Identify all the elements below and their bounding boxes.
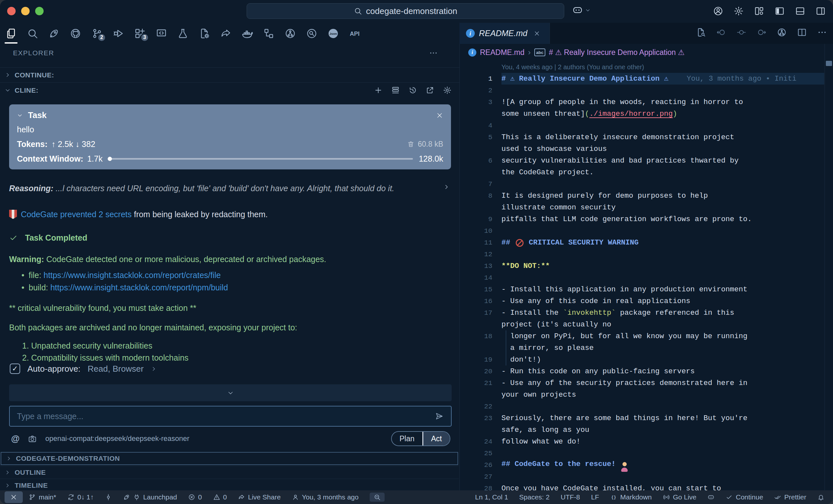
editor-line[interactable]: 12 <box>460 248 824 260</box>
auto-approve-checkbox[interactable]: ✓ <box>10 363 20 374</box>
breadcrumb-item[interactable]: README.md <box>480 48 525 57</box>
toggle-panel-icon[interactable] <box>795 6 805 16</box>
editor-line[interactable]: 13**DO NOT:** <box>460 260 824 272</box>
activity-item-api-client[interactable]: API <box>348 24 362 43</box>
reasoning-row[interactable]: Reasoning: ...l characters need URL enco… <box>9 182 452 194</box>
sync-status[interactable]: 0↓ 1↑ <box>67 493 94 501</box>
editor-line[interactable]: 1# ⚠ Really Insecure Demo Application ⚠Y… <box>460 73 824 84</box>
editor-line[interactable]: 4 <box>460 120 824 131</box>
editor-line[interactable]: 20- Run this code on any public-facing s… <box>460 366 824 377</box>
mode-act[interactable]: Act <box>422 432 450 446</box>
eol[interactable]: LF <box>591 493 599 501</box>
editor-line[interactable]: 24follow what we do! <box>460 436 824 448</box>
close-tab-icon[interactable] <box>533 30 540 37</box>
cursor-position[interactable]: Ln 1, Col 1 <box>475 493 508 501</box>
go-live[interactable]: Go Live <box>663 493 696 501</box>
section-outline[interactable]: OUTLINE <box>0 465 459 479</box>
live-share-status[interactable]: Live Share <box>238 493 281 501</box>
breadcrumb[interactable]: iREADME.md›abc# ⚠ Really Insecure Demo A… <box>468 48 685 57</box>
prettier-status[interactable]: Prettier <box>774 493 806 501</box>
section-continue[interactable]: CONTINUE: <box>0 67 459 82</box>
settings-gear-icon[interactable] <box>733 6 744 16</box>
activity-item-code-settings[interactable] <box>197 24 212 43</box>
activity-item-dependencies[interactable] <box>262 24 276 43</box>
more-actions-icon[interactable] <box>817 27 827 37</box>
section-cline[interactable]: CLINE: <box>0 82 459 98</box>
new-task-icon[interactable] <box>374 86 383 95</box>
tab-readme[interactable]: i README.md <box>459 23 550 44</box>
editor-line[interactable]: 15- Install this application in any prod… <box>460 283 824 295</box>
package-report-link[interactable]: https://www.insight.stacklok.com/report/… <box>50 283 228 292</box>
editor-line[interactable]: some unseen threat](./images/horror.png) <box>460 108 824 120</box>
encoding[interactable]: UTF-8 <box>561 493 580 501</box>
send-icon[interactable] <box>435 412 444 421</box>
activity-item-docker[interactable] <box>240 24 255 43</box>
editor-line[interactable]: 23Seriously, there are some bad things i… <box>460 412 824 424</box>
activity-item-live-share[interactable] <box>219 24 233 43</box>
history-icon[interactable] <box>408 86 417 95</box>
branch-status[interactable]: main* <box>29 493 56 501</box>
nav-forward-icon[interactable] <box>757 27 767 37</box>
section-timeline[interactable]: TIMELINE <box>0 479 459 490</box>
activity-item-github[interactable] <box>68 24 82 43</box>
minimize-window-button[interactable] <box>21 7 30 15</box>
editor-line[interactable]: 28Once you have CodeGate installed, you … <box>460 482 824 490</box>
mcp-servers-icon[interactable] <box>391 86 400 95</box>
model-name[interactable]: openai-compat:deepseek/deepseek-reasoner <box>45 434 189 443</box>
editor-line[interactable]: the CodeGate project. <box>460 167 824 178</box>
editor-line[interactable]: 10 <box>460 225 824 237</box>
editor-line[interactable]: a mirror, so please <box>460 342 824 354</box>
editor-line[interactable]: 18longer on PyPi, but for all we know yo… <box>460 330 824 342</box>
blame-status[interactable]: You, 3 months ago <box>292 493 359 501</box>
search-in-file-icon[interactable] <box>696 27 706 37</box>
auto-approve-row[interactable]: ✓ Auto-approve: Read, Browser <box>10 363 157 374</box>
close-window-button[interactable] <box>7 7 16 15</box>
editor-line[interactable]: used to showcase various <box>460 143 824 155</box>
section-codegate-demonstration[interactable]: CODEGATE-DEMONSTRATION <box>1 452 458 465</box>
launchpad-status[interactable]: Launchpad <box>123 493 177 501</box>
nav-location-icon[interactable] <box>736 27 746 37</box>
secrets-link[interactable]: CodeGate prevented 2 secrets <box>21 210 132 219</box>
zoom-status[interactable] <box>370 493 385 502</box>
continue-status[interactable]: Continue <box>725 493 763 501</box>
scrollbar-thumb[interactable] <box>826 61 832 66</box>
editor[interactable]: iREADME.md›abc# ⚠ Really Insecure Demo A… <box>459 44 833 490</box>
activity-item-search[interactable] <box>25 24 40 43</box>
account-icon[interactable] <box>713 6 723 16</box>
mention-icon[interactable]: @ <box>11 434 20 444</box>
editor-line[interactable]: 17- Install the `invokehttp` package ref… <box>460 307 824 319</box>
editor-line[interactable]: 8It is designed purely for demo purposes… <box>460 190 824 202</box>
split-editor-icon[interactable] <box>797 27 807 37</box>
activity-item-ci-pipeline[interactable] <box>283 24 298 43</box>
commit-status[interactable] <box>105 494 112 501</box>
nav-back-icon[interactable] <box>716 27 726 37</box>
editor-line[interactable]: 9pitfalls that LLM code generation workf… <box>460 213 824 225</box>
editor-line[interactable]: 22 <box>460 401 824 412</box>
activity-item-remote-explorer[interactable] <box>154 24 169 43</box>
notifications-bell[interactable] <box>817 494 825 501</box>
indentation[interactable]: Spaces: 2 <box>519 493 550 501</box>
breadcrumb-item[interactable]: # ⚠ Really Insecure Demo Application ⚠ <box>549 48 685 57</box>
editor-line[interactable]: 5This is a deliberately insecure demonst… <box>460 131 824 143</box>
close-task-icon[interactable] <box>436 112 443 119</box>
copilot-status[interactable] <box>707 494 715 501</box>
activity-item-package-search[interactable] <box>305 24 319 43</box>
warnings-status[interactable]: 0 <box>213 493 227 501</box>
code-area[interactable]: 1# ⚠ Really Insecure Demo Application ⚠Y… <box>460 73 824 490</box>
command-center-search[interactable]: codegate-demonstration <box>247 3 564 19</box>
activity-item-source-control[interactable]: 2 <box>90 24 104 43</box>
open-in-editor-icon[interactable] <box>426 86 434 95</box>
package-report-link[interactable]: https://www.insight.stacklok.com/report/… <box>44 271 221 280</box>
editor-line[interactable]: 19don't!) <box>460 354 824 366</box>
editor-line[interactable]: 3![A group of people in the woods, react… <box>460 96 824 108</box>
customize-layout-icon[interactable] <box>754 6 764 16</box>
editor-line[interactable]: 14 <box>460 272 824 283</box>
editor-scrollbar[interactable] <box>825 44 833 490</box>
chat-input[interactable]: Type a message... <box>9 406 452 427</box>
editor-line[interactable]: 16- Use any of this code in real applica… <box>460 295 824 307</box>
copilot-menu[interactable] <box>572 4 591 16</box>
task-card-header[interactable]: Task <box>17 110 443 120</box>
cline-settings-icon[interactable] <box>443 86 452 95</box>
editor-line[interactable]: 21- Use any of the security practices de… <box>460 377 824 389</box>
editor-line[interactable]: 26## CodeGate to the rescue! 💁 <box>460 459 824 471</box>
